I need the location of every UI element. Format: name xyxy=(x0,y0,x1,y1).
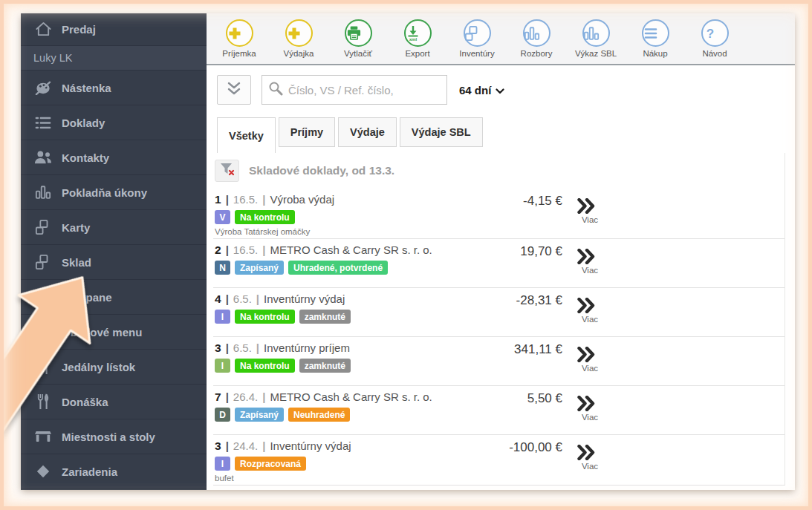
toolbar-button-navod[interactable]: ?Návod xyxy=(691,19,738,58)
doc-type-badge: V xyxy=(215,210,230,224)
tab-prijmy[interactable]: Príjmy xyxy=(279,117,335,147)
download-xml-icon: xml xyxy=(403,24,423,42)
collapse-filters-button[interactable] xyxy=(217,75,251,105)
row-title: Výroba výdaj xyxy=(270,193,334,206)
sidebar-item-label: Donáška xyxy=(62,396,108,408)
plus-icon xyxy=(225,24,244,42)
sidebar-item-karty[interactable]: Karty xyxy=(21,210,207,245)
toolbar-button-label: Návod xyxy=(702,49,727,58)
sidebar-item-label: Karty xyxy=(62,221,90,234)
tab-vsetky[interactable]: Všetky xyxy=(217,117,276,153)
sidebar-item-predaj[interactable]: Predaj xyxy=(21,13,207,46)
toolbar-button-vykaz-sbl[interactable]: Výkaz SBL xyxy=(572,19,620,58)
row-date: 16.5. xyxy=(233,243,258,256)
toolbar-button-label: Nákup xyxy=(643,49,667,58)
separator: | xyxy=(226,341,229,354)
row-note: bufet xyxy=(215,474,785,483)
sidebar-item-luky-lk[interactable]: Luky LK xyxy=(21,46,207,71)
row-amount: 5,50 € xyxy=(473,391,562,406)
toolbar-button-inventury[interactable]: Inventúry xyxy=(453,19,501,58)
row-date: 26.4. xyxy=(233,390,258,403)
list-title: Skladové doklady, od 13.3. xyxy=(249,164,394,177)
sidebar-item-kontakty[interactable]: Kontakty xyxy=(21,140,207,175)
chevron-down-icon xyxy=(496,84,504,97)
row-note: Výroba Tatárskej omáčky xyxy=(215,227,785,236)
sidebar-item-label: Kontakty xyxy=(62,151,109,164)
toolbar-button-prijemka[interactable]: Príjemka xyxy=(215,19,263,58)
sidebar-item-label: Luky LK xyxy=(33,52,72,64)
tab-vydaje-sbl[interactable]: Výdaje SBL xyxy=(400,117,483,147)
app-window: PredajLuky LKNástenkaDokladyKontaktyPokl… xyxy=(21,13,795,490)
tab-vydaje[interactable]: Výdaje xyxy=(338,117,397,147)
sidebar-item-doklady[interactable]: Doklady xyxy=(21,105,207,140)
row-more-label: Viac xyxy=(582,215,598,224)
row-more-label: Viac xyxy=(582,315,598,324)
filter-remove-icon xyxy=(220,163,235,179)
bar-chart-icon-circle xyxy=(582,19,610,47)
sidebar-item-pokladna-ukony[interactable]: Pokladňa úkony xyxy=(21,175,207,210)
row-more-button[interactable]: Viac xyxy=(571,345,608,373)
doc-type-badge: I xyxy=(215,457,230,471)
row-number: 1 xyxy=(215,193,221,206)
table-row[interactable]: 1|16.5.|Výroba výdaj-4,15 €VNa kontroluV… xyxy=(213,189,785,239)
search-input[interactable] xyxy=(288,84,441,97)
toolbar-button-label: Vytlačiť xyxy=(344,49,372,58)
period-dropdown[interactable]: 64 dní xyxy=(459,84,504,97)
row-more-label: Viac xyxy=(582,413,598,422)
sidebar-item-label: Miestnosti a stoly xyxy=(62,431,155,443)
toolbar-button-rozbory[interactable]: Rozbory xyxy=(513,19,560,58)
table-row[interactable]: 3|6.5.|Inventúrny príjem341,11 €INa kont… xyxy=(213,337,785,386)
cutlery-icon xyxy=(33,358,53,376)
sidebar-item-jedalny-listok[interactable]: Jedálny lístok xyxy=(21,350,207,385)
table-row[interactable]: 2|16.5.|METRO Cash & Carry SR s. r. o.19… xyxy=(213,239,785,288)
bar-chart-icon-circle xyxy=(523,19,550,47)
status-badge: Zapísaný xyxy=(235,408,284,422)
row-more-button[interactable]: Viac xyxy=(571,247,608,275)
document-list: Skladové doklady, od 13.3. 1|16.5.|Výrob… xyxy=(213,153,785,486)
row-more-button[interactable]: Viac xyxy=(571,197,608,224)
status-badge: Rozpracovaná xyxy=(235,457,306,471)
sidebar-item-nastenka[interactable]: Nástenka xyxy=(21,71,207,105)
table-row[interactable]: 4|6.5.|Inventúrny výdaj-28,31 €INa kontr… xyxy=(213,288,785,337)
sidebar-item-miestnosti-a-stoly[interactable]: Miestnosti a stoly xyxy=(21,419,207,454)
toolbar-button-label: Príjemka xyxy=(222,49,256,58)
blocks-icon xyxy=(33,288,53,306)
question-icon-circle: ? xyxy=(701,19,729,47)
sidebar-item-kampane[interactable]: Kampane xyxy=(21,280,207,315)
toolbar-button-export[interactable]: xmlExport xyxy=(394,19,441,58)
row-date: 6.5. xyxy=(233,292,252,305)
status-badge: Neuhradené xyxy=(288,408,350,422)
row-title: Inventúrny príjem xyxy=(264,341,350,354)
sidebar-item-obedove-menu[interactable]: Obedové menu xyxy=(21,315,207,350)
bar-chart-icon xyxy=(582,24,601,42)
cutlery-icon xyxy=(33,393,53,411)
plus-icon-circle xyxy=(226,19,253,47)
svg-text:?: ? xyxy=(707,27,714,41)
download-xml-icon-circle: xml xyxy=(404,19,432,47)
blocks-icon xyxy=(33,253,53,271)
status-badge: Na kontrolu xyxy=(235,310,295,324)
table-row[interactable]: 7|26.4.|METRO Cash & Carry SR s. r. o.5,… xyxy=(213,386,785,435)
row-more-button[interactable]: Viac xyxy=(571,296,608,324)
row-amount: -4,15 € xyxy=(473,194,562,209)
row-badges: INa kontroluzamknuté xyxy=(215,359,785,373)
sidebar-item-zariadenia[interactable]: Zariadenia xyxy=(21,454,207,489)
row-badges: NZapísanýUhradené, potvrdené xyxy=(215,261,785,275)
toolbar-button-vydajka[interactable]: Výdajka xyxy=(275,19,322,58)
status-badge: zamknuté xyxy=(299,310,351,324)
doc-type-badge: N xyxy=(215,261,230,275)
sidebar-item-label: Pokladňa úkony xyxy=(62,186,147,199)
row-amount: -28,31 € xyxy=(473,293,562,308)
row-number: 2 xyxy=(215,243,221,257)
row-more-button[interactable]: Viac xyxy=(571,394,608,422)
clear-filter-button[interactable] xyxy=(215,160,239,182)
sidebar-item-sklad[interactable]: Sklad xyxy=(21,245,207,280)
toolbar-button-vytlacit[interactable]: Vytlačiť xyxy=(334,19,382,58)
printer-icon-circle xyxy=(345,19,372,47)
search-icon xyxy=(268,81,283,99)
sidebar-item-label: Sklad xyxy=(62,256,91,269)
sidebar-item-donaska[interactable]: Donáška xyxy=(21,385,207,419)
table-row[interactable]: 3|24.4.|Inventúrny výdaj-100,00 €IRozpra… xyxy=(213,435,785,486)
row-more-button[interactable]: Viac xyxy=(571,443,608,471)
toolbar-button-nakup[interactable]: Nákup xyxy=(631,19,679,58)
